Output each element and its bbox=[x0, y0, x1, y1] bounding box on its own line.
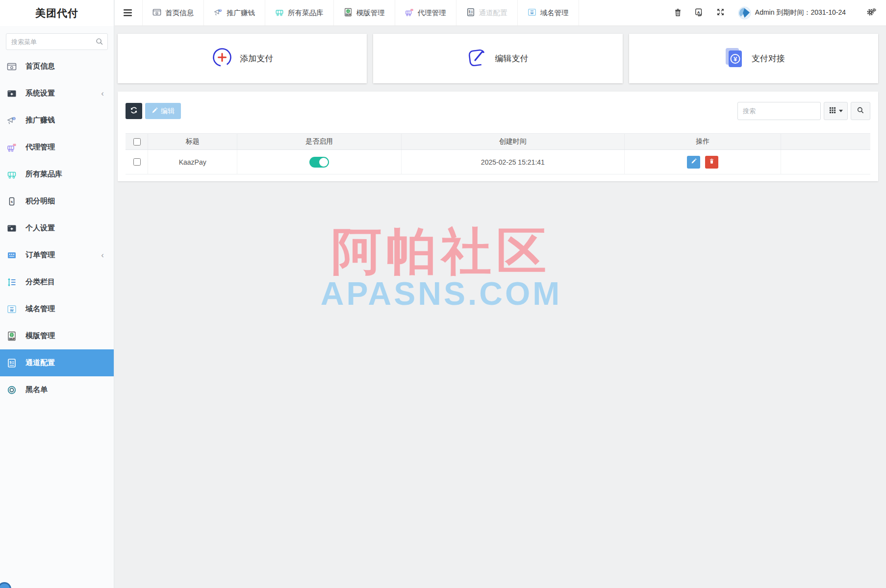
sidebar-item-personal-settings[interactable]: 个人设置 bbox=[0, 215, 114, 242]
select-all-cell bbox=[126, 134, 148, 150]
homepage-window-icon bbox=[7, 62, 21, 72]
sidebar-search-input[interactable] bbox=[6, 33, 108, 50]
channels-table: 标题 是否启用 创建时间 操作 KaazPay 2025-02-25 15:21… bbox=[126, 133, 870, 174]
edit-payment-card[interactable]: 编辑支付 bbox=[373, 34, 622, 83]
action-cards: 添加支付 编辑支付 ¥ 支付对接 bbox=[115, 26, 886, 83]
navbar-right: A Admin 到期时间：2031-10-24 bbox=[667, 0, 886, 25]
sidebar: 美团代付 首页信息 系统设置 ‹ $ 推广赚钱 代理管理 所有菜品库 s bbox=[0, 0, 114, 588]
row-edit-button[interactable] bbox=[687, 156, 700, 169]
user-expiry-text[interactable]: Admin 到期时间：2031-10-24 bbox=[755, 8, 846, 17]
tab-label: 推广赚钱 bbox=[227, 8, 255, 18]
sidebar-item-label: 域名管理 bbox=[25, 304, 107, 314]
edit-square-icon bbox=[467, 47, 488, 70]
tab-channel-config[interactable]: $ 通道配置 bbox=[456, 0, 517, 25]
trash-button[interactable] bbox=[674, 8, 682, 18]
sidebar-item-system-settings[interactable]: 系统设置 ‹ bbox=[0, 80, 114, 107]
card-label: 编辑支付 bbox=[495, 53, 528, 64]
homepage-window-icon bbox=[152, 8, 161, 18]
sidebar-item-label: 个人设置 bbox=[25, 223, 107, 233]
card-label: 支付对接 bbox=[752, 53, 785, 64]
gears-icon bbox=[866, 8, 876, 18]
svg-text:A: A bbox=[697, 10, 700, 14]
top-navbar: 首页信息 $ 推广赚钱 所有菜品库 HTML 模版管理 代理管理 $ 通道配置 … bbox=[115, 0, 886, 26]
search-icon bbox=[95, 37, 104, 48]
sidebar-item-agents[interactable]: 代理管理 bbox=[0, 134, 114, 161]
tab-homepage-info[interactable]: 首页信息 bbox=[142, 0, 203, 25]
tab-template-management[interactable]: HTML 模版管理 bbox=[333, 0, 395, 25]
tab-label: 所有菜品库 bbox=[288, 8, 324, 18]
chevron-left-icon: ‹ bbox=[101, 89, 104, 98]
orders-grid-icon bbox=[7, 250, 21, 260]
svg-text:¥: ¥ bbox=[734, 55, 737, 63]
domain-w-icon: w bbox=[528, 8, 536, 18]
row-created-cell: 2025-02-25 15:21:41 bbox=[401, 150, 625, 174]
sidebar-item-categories[interactable]: 分类栏目 bbox=[0, 269, 114, 295]
sidebar-item-order-management[interactable]: 订单管理 ‹ bbox=[0, 242, 114, 269]
sidebar-item-label: 通道配置 bbox=[25, 358, 107, 368]
tab-label: 代理管理 bbox=[418, 8, 446, 18]
column-header-actions: 操作 bbox=[625, 134, 781, 150]
select-all-checkbox[interactable] bbox=[133, 138, 141, 146]
tab-agent-management[interactable]: 代理管理 bbox=[395, 0, 456, 25]
sidebar-item-template-management[interactable]: HTML 模版管理 bbox=[0, 322, 114, 349]
points-phone-icon: s bbox=[7, 196, 21, 206]
tab-promotion[interactable]: $ 推广赚钱 bbox=[203, 0, 265, 25]
refresh-button[interactable] bbox=[126, 103, 142, 119]
template-html-icon: HTML bbox=[344, 8, 353, 18]
template-html-icon: HTML bbox=[7, 331, 21, 341]
sidebar-item-label: 代理管理 bbox=[25, 143, 107, 152]
tab-label: 首页信息 bbox=[165, 8, 194, 18]
sidebar-item-domain-management[interactable]: w 域名管理 bbox=[0, 295, 114, 322]
row-enabled-cell bbox=[237, 150, 401, 174]
blacklist-ring-icon bbox=[7, 385, 21, 395]
sidebar-item-promotion[interactable]: $ 推广赚钱 bbox=[0, 107, 114, 134]
sidebar-item-channel-config[interactable]: $ 通道配置 bbox=[0, 349, 114, 376]
refresh-icon bbox=[130, 106, 138, 116]
payment-integration-card[interactable]: ¥ 支付对接 bbox=[629, 34, 878, 83]
add-circle-icon bbox=[211, 47, 233, 71]
dishes-cart-icon bbox=[7, 170, 21, 179]
fullscreen-button[interactable] bbox=[716, 8, 725, 18]
sidebar-search bbox=[6, 33, 108, 50]
app-logo: 美团代付 bbox=[0, 0, 114, 26]
columns-dropdown-button[interactable] bbox=[824, 102, 848, 120]
category-sort-icon bbox=[7, 277, 21, 287]
caret-down-icon bbox=[839, 110, 843, 112]
trash-icon bbox=[674, 8, 682, 18]
add-payment-card[interactable]: 添加支付 bbox=[118, 34, 367, 83]
sidebar-item-blacklist[interactable]: 黑名单 bbox=[0, 376, 114, 403]
fullscreen-expand-icon bbox=[716, 8, 725, 18]
enabled-toggle[interactable] bbox=[309, 157, 329, 168]
sidebar-item-points-detail[interactable]: s 积分明细 bbox=[0, 188, 114, 215]
svg-text:w: w bbox=[9, 307, 14, 312]
card-label: 添加支付 bbox=[240, 53, 273, 64]
tab-dish-library[interactable]: 所有菜品库 bbox=[265, 0, 333, 25]
domain-w-icon: w bbox=[7, 304, 21, 314]
svg-text:w: w bbox=[530, 11, 533, 15]
hamburger-menu-icon[interactable] bbox=[115, 0, 142, 25]
column-header-spacer bbox=[781, 134, 870, 150]
corner-blue-dot bbox=[0, 582, 11, 588]
row-select-cell bbox=[126, 150, 148, 174]
sidebar-item-dish-library[interactable]: 所有菜品库 bbox=[0, 161, 114, 188]
row-title-cell: KaazPay bbox=[148, 150, 237, 174]
pencil-icon bbox=[152, 107, 158, 115]
tab-domain-management[interactable]: w 域名管理 bbox=[517, 0, 579, 25]
settings-button[interactable] bbox=[866, 8, 876, 18]
svg-text:HTML: HTML bbox=[9, 338, 15, 340]
sidebar-item-label: 推广赚钱 bbox=[25, 116, 107, 125]
toggle-knob bbox=[319, 158, 328, 167]
row-delete-button[interactable] bbox=[705, 156, 718, 169]
row-checkbox[interactable] bbox=[133, 158, 141, 166]
tab-label: 模版管理 bbox=[356, 8, 385, 18]
svg-text:$: $ bbox=[220, 9, 221, 12]
grid-icon bbox=[829, 107, 836, 115]
avatar[interactable] bbox=[738, 6, 751, 20]
translate-button[interactable]: A bbox=[695, 8, 704, 18]
agent-cart-icon bbox=[7, 143, 21, 152]
table-search-input[interactable] bbox=[737, 102, 821, 120]
edit-selected-button[interactable]: 编辑 bbox=[145, 103, 181, 119]
sidebar-item-homepage-info[interactable]: 首页信息 bbox=[0, 53, 114, 80]
edit-selected-label: 编辑 bbox=[161, 107, 175, 116]
table-search-button[interactable] bbox=[851, 102, 870, 120]
